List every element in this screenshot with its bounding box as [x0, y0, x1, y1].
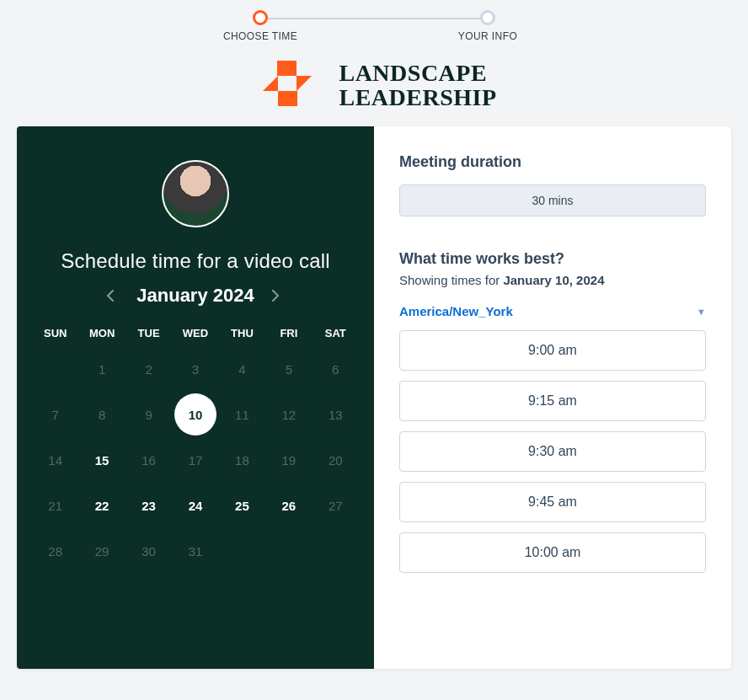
calendar-day: 28 — [32, 528, 78, 574]
calendar-panel: Schedule time for a video call January 2… — [17, 126, 374, 669]
prompt-prefix: Showing times for — [399, 273, 503, 287]
brand-text: LANDSCAPE LEADERSHIP — [339, 61, 496, 110]
caret-down-icon: ▼ — [697, 307, 706, 317]
calendar-weekday: SAT — [313, 327, 359, 346]
prompt-subtitle: Showing times for January 10, 2024 — [399, 273, 706, 287]
calendar-day: 14 — [32, 437, 78, 483]
calendar-day-available[interactable]: 15 — [78, 437, 125, 483]
time-slot[interactable]: 9:45 am — [399, 482, 706, 522]
calendar-day: 17 — [172, 437, 218, 483]
calendar-day: 1 — [78, 346, 125, 392]
calendar-day: 11 — [219, 392, 265, 437]
calendar-week-row: 28293031 — [32, 528, 359, 574]
calendar-day-available[interactable]: 23 — [126, 483, 172, 528]
calendar: SUNMONTUEWEDTHUFRISAT 123456789101112131… — [32, 327, 359, 574]
duration-option[interactable]: 30 mins — [399, 184, 706, 216]
calendar-day-selected[interactable]: 10 — [172, 392, 218, 437]
step-indicator-active — [253, 10, 268, 25]
brand-line-1: LANDSCAPE — [339, 61, 496, 85]
timezone-label: America/New_York — [399, 304, 513, 318]
brand-mark-icon — [251, 56, 323, 115]
month-nav: January 2024 — [106, 285, 284, 307]
svg-marker-1 — [263, 76, 297, 106]
calendar-week-row: 123456 — [32, 346, 359, 392]
calendar-day: 8 — [78, 392, 125, 437]
step-label: CHOOSE TIME — [223, 30, 297, 42]
step-choose-time: CHOOSE TIME — [147, 10, 374, 42]
timezone-selector[interactable]: America/New_York ▼ — [399, 304, 706, 318]
scheduler-card: Schedule time for a video call January 2… — [17, 126, 731, 669]
calendar-day — [313, 528, 359, 574]
calendar-day: 13 — [313, 392, 359, 437]
calendar-week-row: 14151617181920 — [32, 437, 359, 483]
calendar-day: 18 — [219, 437, 265, 483]
calendar-day: 21 — [32, 483, 78, 528]
calendar-day: 4 — [219, 346, 265, 392]
calendar-week-row: 21222324252627 — [32, 483, 359, 528]
calendar-weekday: WED — [172, 327, 218, 346]
calendar-day: 16 — [126, 437, 172, 483]
time-slot[interactable]: 9:30 am — [399, 431, 706, 472]
stepper: CHOOSE TIME YOUR INFO — [0, 0, 748, 47]
calendar-day-available[interactable]: 25 — [219, 483, 265, 528]
time-slot-list: 9:00 am9:15 am9:30 am9:45 am10:00 am — [399, 330, 706, 573]
calendar-day: 5 — [265, 346, 312, 392]
calendar-day: 2 — [126, 346, 172, 392]
schedule-heading: Schedule time for a video call — [61, 249, 330, 273]
calendar-weekday-row: SUNMONTUEWEDTHUFRISAT — [32, 327, 359, 346]
chevron-left-icon[interactable] — [106, 290, 120, 302]
svg-marker-0 — [277, 61, 312, 91]
calendar-day: 30 — [126, 528, 172, 574]
calendar-week-row: 78910111213 — [32, 392, 359, 437]
time-slot[interactable]: 9:15 am — [399, 381, 706, 421]
month-label: January 2024 — [136, 285, 254, 307]
calendar-day: 3 — [172, 346, 218, 392]
calendar-weekday: SUN — [32, 327, 78, 346]
calendar-day: 6 — [313, 346, 359, 392]
chevron-right-icon[interactable] — [271, 290, 285, 302]
calendar-day — [219, 528, 265, 574]
calendar-weekday: FRI — [265, 327, 312, 346]
calendar-day: 31 — [172, 528, 218, 574]
step-label: YOUR INFO — [458, 30, 517, 42]
prompt-title: What time works best? — [399, 250, 706, 268]
time-slot[interactable]: 9:00 am — [399, 330, 706, 371]
calendar-day: 19 — [265, 437, 312, 483]
brand-line-2: LEADERSHIP — [339, 85, 496, 110]
avatar — [162, 160, 229, 227]
calendar-weekday: MON — [78, 327, 125, 346]
calendar-day — [265, 528, 312, 574]
calendar-day — [32, 346, 78, 392]
time-panel: Meeting duration 30 mins What time works… — [374, 126, 731, 669]
duration-title: Meeting duration — [399, 153, 706, 171]
brand-logo: LANDSCAPE LEADERSHIP — [0, 47, 748, 126]
calendar-weekday: THU — [219, 327, 265, 346]
calendar-day: 12 — [265, 392, 312, 437]
calendar-day: 7 — [32, 392, 78, 437]
time-slot[interactable]: 10:00 am — [399, 532, 706, 573]
step-indicator — [480, 10, 495, 25]
calendar-weekday: TUE — [126, 327, 172, 346]
selected-date: January 10, 2024 — [503, 273, 604, 287]
calendar-day-available[interactable]: 24 — [172, 483, 218, 528]
calendar-day: 9 — [126, 392, 172, 437]
calendar-day: 29 — [78, 528, 125, 574]
calendar-day-available[interactable]: 22 — [78, 483, 125, 528]
calendar-day-available[interactable]: 26 — [265, 483, 312, 528]
calendar-day: 27 — [313, 483, 359, 528]
calendar-day: 20 — [313, 437, 359, 483]
step-connector — [260, 18, 488, 19]
step-your-info: YOUR INFO — [374, 10, 601, 42]
